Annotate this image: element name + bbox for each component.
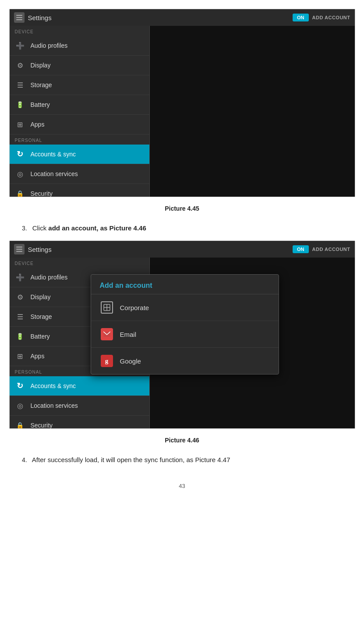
email-label: Email bbox=[120, 331, 137, 338]
display-icon-2 bbox=[15, 292, 25, 302]
sync-icon-2 bbox=[15, 381, 25, 391]
corporate-icon bbox=[100, 300, 114, 314]
svg-rect-0 bbox=[16, 15, 22, 16]
add-account-button-2[interactable]: ADD ACCOUNT bbox=[312, 247, 350, 252]
sidebar-item-display[interactable]: Display bbox=[10, 56, 149, 75]
sidebar-2-accounts[interactable]: Accounts & sync bbox=[10, 376, 149, 396]
svg-rect-1 bbox=[16, 17, 22, 18]
settings-content-area bbox=[150, 26, 355, 197]
sidebar-item-accounts-sync[interactable]: Accounts & sync bbox=[10, 145, 149, 164]
security-icon-2 bbox=[15, 420, 25, 429]
add-account-button[interactable]: ADD ACCOUNT bbox=[312, 15, 350, 20]
google-label: Google bbox=[120, 357, 141, 365]
storage-label: Storage bbox=[31, 81, 52, 88]
caption-2: Picture 4.46 bbox=[9, 429, 355, 448]
email-icon bbox=[100, 327, 114, 341]
step-3-bold: add an account, as Picture 4.46 bbox=[48, 224, 146, 232]
settings-title-2: Settings bbox=[28, 246, 293, 253]
storage-icon bbox=[15, 80, 25, 90]
sidebar-item-audio-profiles[interactable]: Audio profiles bbox=[10, 36, 149, 56]
personal-section-label: PERSONAL bbox=[10, 134, 149, 145]
settings-body: DEVICE Audio profiles Display Storage Ba… bbox=[10, 26, 355, 197]
battery-icon bbox=[15, 99, 25, 110]
audio-icon-2 bbox=[15, 272, 25, 283]
caption-1: Picture 4.45 bbox=[9, 197, 355, 216]
page-number: 43 bbox=[9, 472, 355, 494]
device-section-label: DEVICE bbox=[10, 26, 149, 36]
dialog-item-corporate[interactable]: Corporate bbox=[91, 294, 279, 321]
storage-icon-2 bbox=[15, 311, 25, 322]
settings-title: Settings bbox=[28, 14, 293, 21]
sidebar-item-security[interactable]: Security bbox=[10, 184, 149, 197]
step-3-text: Click add an account, as Picture 4.46 bbox=[32, 224, 146, 232]
location-icon bbox=[15, 169, 25, 179]
settings-icon bbox=[14, 12, 25, 23]
google-icon: g bbox=[100, 354, 114, 368]
svg-rect-4 bbox=[16, 249, 22, 250]
location-icon-2 bbox=[15, 400, 25, 411]
apps-icon bbox=[15, 119, 25, 130]
apps-icon-2 bbox=[15, 351, 25, 361]
step-4-number: 4. bbox=[22, 456, 30, 463]
settings-sidebar: DEVICE Audio profiles Display Storage Ba… bbox=[10, 26, 150, 197]
screenshot-2: Settings ON ADD ACCOUNT DEVICE Audio pro… bbox=[9, 240, 355, 429]
step-3-instruction: 3. Click add an account, as Picture 4.46 bbox=[9, 216, 355, 240]
display-label: Display bbox=[31, 62, 51, 69]
location-services-label: Location services bbox=[31, 170, 78, 177]
step-3-number: 3. bbox=[22, 225, 30, 232]
add-account-dialog: Add an account Corporate bbox=[91, 274, 279, 374]
step-4-instruction: 4. After successfully load, it will open… bbox=[9, 448, 355, 472]
dialog-item-google[interactable]: g Google bbox=[91, 348, 279, 374]
display-icon bbox=[15, 60, 25, 71]
svg-rect-5 bbox=[16, 251, 22, 252]
sidebar-2-location[interactable]: Location services bbox=[10, 396, 149, 416]
sync-icon bbox=[15, 149, 25, 159]
settings-body-2: DEVICE Audio profiles Display Storage Ba… bbox=[10, 258, 355, 428]
security-label: Security bbox=[31, 190, 53, 197]
device-section-label-2: DEVICE bbox=[10, 258, 149, 268]
sidebar-2-security[interactable]: Security bbox=[10, 416, 149, 429]
dialog-item-email[interactable]: Email bbox=[91, 321, 279, 348]
on-button-2[interactable]: ON bbox=[293, 245, 309, 253]
audio-profiles-label: Audio profiles bbox=[31, 42, 68, 49]
corporate-label: Corporate bbox=[120, 304, 149, 311]
battery-label: Battery bbox=[31, 101, 50, 108]
settings-topbar-2: Settings ON ADD ACCOUNT bbox=[10, 241, 355, 258]
sidebar-item-battery[interactable]: Battery bbox=[10, 95, 149, 115]
settings-icon-2 bbox=[14, 244, 25, 254]
settings-topbar: Settings ON ADD ACCOUNT bbox=[10, 9, 355, 26]
apps-label: Apps bbox=[31, 121, 45, 128]
svg-rect-3 bbox=[16, 247, 22, 247]
security-icon bbox=[15, 188, 25, 197]
audio-icon bbox=[15, 40, 25, 51]
accounts-sync-label: Accounts & sync bbox=[31, 151, 76, 158]
battery-icon-2 bbox=[15, 331, 25, 342]
svg-rect-2 bbox=[16, 19, 22, 20]
sidebar-item-apps[interactable]: Apps bbox=[10, 115, 149, 134]
screenshot-1: Settings ON ADD ACCOUNT DEVICE Audio pro… bbox=[9, 9, 355, 197]
dialog-title: Add an account bbox=[91, 275, 279, 294]
sidebar-item-storage[interactable]: Storage bbox=[10, 75, 149, 95]
on-button[interactable]: ON bbox=[293, 14, 309, 21]
sidebar-item-location-services[interactable]: Location services bbox=[10, 164, 149, 184]
step-4-text: After successfully load, it will open th… bbox=[32, 456, 230, 463]
